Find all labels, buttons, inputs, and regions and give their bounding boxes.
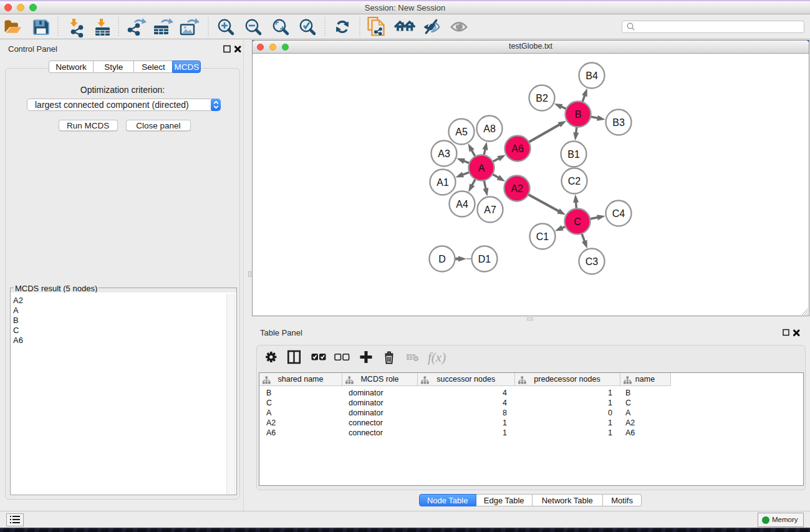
svg-text:B3: B3	[612, 117, 625, 128]
svg-text:A5: A5	[455, 127, 468, 137]
svg-text:A8: A8	[483, 123, 496, 134]
svg-text:C3: C3	[586, 256, 599, 267]
svg-text:B2: B2	[536, 93, 548, 104]
svg-text:A2: A2	[511, 183, 523, 194]
svg-text:f(x): f(x)	[428, 350, 446, 365]
svg-text:A6: A6	[511, 143, 524, 154]
svg-text:B4: B4	[586, 70, 598, 81]
svg-text:A1: A1	[436, 177, 449, 188]
svg-text:A7: A7	[484, 205, 496, 215]
svg-text:A: A	[478, 163, 485, 173]
svg-text:A4: A4	[456, 199, 468, 210]
svg-text:C2: C2	[568, 176, 581, 186]
svg-text:B1: B1	[567, 149, 580, 160]
svg-text:C4: C4	[612, 208, 625, 219]
svg-text:C: C	[574, 216, 581, 227]
svg-text:D: D	[438, 254, 446, 264]
svg-text:C1: C1	[536, 231, 549, 242]
svg-text:B: B	[575, 109, 582, 120]
svg-text:A3: A3	[438, 148, 450, 159]
svg-text:D1: D1	[478, 254, 491, 264]
